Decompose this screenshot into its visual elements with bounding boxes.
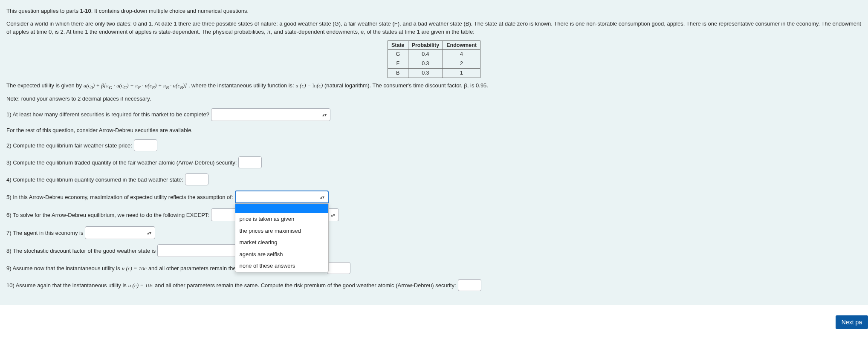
q8-line: 8) The stochastic discount factor of the… (6, 244, 862, 257)
q4-label: 4) Compute the equilibrium quantity cons… (6, 176, 183, 184)
dropdown-option[interactable]: price is taken as given (235, 213, 328, 225)
dropdown-option[interactable]: agents are selfish (235, 248, 328, 260)
q7-label: 7) The agent in this economy is (6, 229, 83, 237)
intro-applies: This question applies to parts 1-10. It … (6, 7, 862, 15)
q6-line: 6) To solve for the Arrow-Debreu equilib… (6, 208, 862, 221)
footer-bar: Next pa (0, 305, 868, 333)
q2-input[interactable] (134, 139, 157, 151)
chevron-updown-icon: ▴▾ (320, 194, 324, 200)
q2-line: 2) Compute the equilibrium fair weather … (6, 139, 862, 151)
q3-input[interactable] (238, 156, 262, 168)
q7-select[interactable]: ▴▾ (85, 226, 155, 239)
question-panel: This question applies to parts 1-10. It … (0, 0, 868, 305)
chevron-updown-icon: ▴▾ (147, 230, 151, 236)
q4-line: 4) Compute the equilibrium quantity cons… (6, 173, 862, 185)
q8-label: 8) The stochastic discount factor of the… (6, 247, 156, 255)
dropdown-option[interactable]: the prices are maximised (235, 225, 328, 237)
utility-uc: u (c) = ln(c) (295, 82, 323, 89)
q10-formula: u (c) = 10c (128, 281, 153, 290)
q10-pre: 10) Assume again that the instantaneous … (6, 281, 127, 290)
rounding-note: Note: round your answers to 2 decimal pl… (6, 95, 862, 103)
state-table: State Probability Endowment G 0.4 4 F 0.… (388, 40, 480, 78)
table-row: G 0.4 4 (388, 50, 480, 59)
q9-input[interactable] (327, 262, 350, 274)
q9-line: 9) Assume now that the instantaneous uti… (6, 262, 862, 274)
q10-input[interactable] (458, 279, 481, 291)
q6-label: 6) To solve for the Arrow-Debreu equilib… (6, 211, 209, 219)
q4-input[interactable] (185, 173, 208, 185)
q1-line: 1) At least how many different securitie… (6, 108, 862, 121)
q10-line: 10) Assume again that the instantaneous … (6, 279, 862, 291)
th-prob: Probability (408, 40, 443, 50)
q3-line: 3) Compute the equilibrium traded quanti… (6, 156, 862, 168)
q5-label: 5) In this Arrow-Debreu economy, maximiz… (6, 193, 233, 202)
q5-dropdown-popup: price is taken as given the prices are m… (235, 203, 329, 272)
q10-post: and all other parameters remain the same… (155, 281, 456, 290)
chevron-updown-icon: ▴▾ (331, 212, 335, 218)
table-row: B 0.3 1 (388, 68, 480, 78)
next-page-button[interactable]: Next pa (836, 315, 868, 329)
q5-select[interactable]: ▴▾ price is taken as given the prices ar… (235, 191, 329, 203)
table-row: F 0.3 2 (388, 59, 480, 69)
q5-line: 5) In this Arrow-Debreu economy, maximiz… (6, 191, 862, 203)
expected-utility-line: The expected utility is given by u(c0) +… (6, 81, 862, 91)
q9-formula: u (c) = 10c (122, 264, 147, 273)
q3-label: 3) Compute the equilibrium traded quanti… (6, 159, 237, 167)
chevron-updown-icon: ▴▾ (322, 111, 327, 118)
dropdown-option[interactable]: none of these answers (235, 260, 328, 272)
th-state: State (388, 40, 408, 50)
th-endow: Endowment (443, 40, 480, 50)
q1-select[interactable]: ▴▾ (211, 108, 330, 121)
dropdown-option[interactable]: market clearing (235, 237, 328, 248)
q1-label: 1) At least how many different securitie… (6, 110, 209, 119)
q2-label: 2) Compute the equilibrium fair weather … (6, 141, 132, 150)
arrow-debreu-note: For the rest of this question, consider … (6, 126, 862, 135)
dropdown-option[interactable] (235, 204, 328, 213)
utility-formula: u(c0) + β[πG · u(cG) + πF · u(cF) + πB ·… (84, 82, 187, 89)
table-header-row: State Probability Endowment (388, 40, 480, 50)
intro-world: Consider a world in which there are only… (6, 20, 862, 36)
q7-line: 7) The agent in this economy is ▴▾ (6, 226, 862, 239)
q9-pre: 9) Assume now that the instantaneous uti… (6, 264, 120, 273)
